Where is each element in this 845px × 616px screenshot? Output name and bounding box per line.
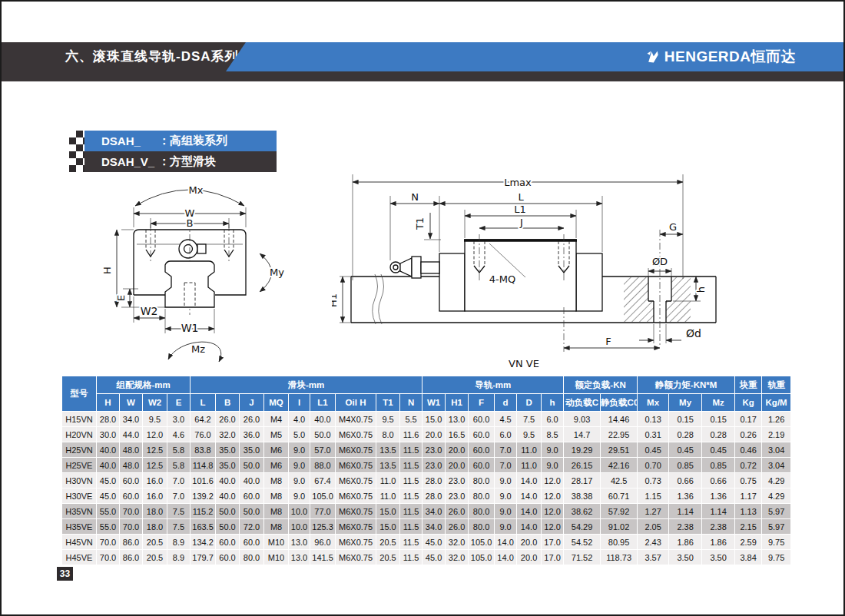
table-cell: 23.0 (446, 488, 469, 504)
table-cell: 34.0 (120, 412, 143, 427)
table-cell: 9.5 (143, 412, 167, 427)
model-cell: H15VN (62, 412, 97, 427)
table-cell: 1.13 (735, 504, 762, 519)
table-cell: 12.0 (542, 519, 564, 535)
table-cell: 60.0 (240, 535, 264, 550)
page-title: 六、滚珠直线导轨-DSA系列 (65, 42, 239, 71)
table-cell: 20.5 (376, 535, 400, 550)
table-cell: 26.0 (446, 504, 469, 519)
table-cell: 5.0 (289, 427, 310, 442)
model-cell: H45VN (62, 535, 97, 550)
table-cell: 60.0 (469, 442, 495, 458)
table-cell: 64.2 (191, 412, 216, 427)
table-cell: 32.0 (446, 550, 469, 565)
table-cell: M10 (264, 550, 289, 565)
table-cell: M6X0.75 (336, 442, 376, 458)
table-cell: M6X0.75 (336, 458, 376, 473)
table-cell: 16.0 (143, 473, 167, 488)
dim-label-b: B (187, 217, 194, 229)
table-cell: 1.36 (702, 488, 735, 504)
table-cell: 11.5 (400, 519, 422, 535)
table-cell: 83.8 (191, 442, 216, 458)
table-cell: 80.0 (469, 504, 495, 519)
table-row: H30VE45.060.016.07.0139.240.060.0M89.010… (62, 488, 791, 504)
table-cell: 80.0 (469, 488, 495, 504)
table-cell: 13.5 (376, 442, 400, 458)
table-cell: 4.6 (167, 427, 191, 442)
table-cell: 0.66 (669, 473, 702, 488)
column-header: 动负载C (564, 394, 601, 412)
table-cell: M10 (264, 535, 289, 550)
table-cell: M8 (264, 473, 289, 488)
column-header: W (120, 394, 143, 412)
table-cell: M8 (264, 488, 289, 504)
dim-label-e: E (115, 295, 127, 301)
column-header: E (167, 394, 191, 412)
table-cell: 20.5 (143, 550, 167, 565)
model-cell: H35VE (62, 519, 97, 535)
table-cell: 0.45 (669, 442, 702, 458)
table-cell: 0.85 (702, 458, 735, 473)
table-cell: 35.0 (216, 442, 240, 458)
model-cell: H35VN (62, 504, 97, 519)
table-cell: 163.5 (191, 519, 216, 535)
table-cell: 40.0 (240, 473, 264, 488)
table-cell: 0.26 (735, 427, 762, 442)
dim-label-mx: Mx (189, 184, 204, 196)
table-cell: 45.0 (422, 535, 446, 550)
column-header: L (191, 394, 216, 412)
model-cell: H30VN (62, 473, 97, 488)
table-cell: M6X0.75 (336, 427, 376, 442)
table-cell: 50.0 (216, 519, 240, 535)
spec-table: 型号组配规格-mm滑块-mm导轨-mm额定负载-KN静额力矩-KN*M块重轨重H… (61, 376, 791, 565)
dim-label-w1: W1 (181, 322, 199, 334)
table-cell: 26.0 (240, 412, 264, 427)
table-cell: 7.5 (167, 504, 191, 519)
column-group-header: 滑块-mm (191, 376, 422, 394)
table-cell: 0.15 (702, 412, 735, 427)
table-cell: 20.0 (517, 535, 542, 550)
table-cell: 9.03 (564, 412, 601, 427)
table-cell: 7.0 (167, 488, 191, 504)
table-cell: 80.95 (601, 535, 638, 550)
table-cell: 14.0 (495, 535, 517, 550)
front-view-drawing: Mx W B H E W2 W1 My Mz (94, 175, 324, 367)
column-group-header: 静额力矩-KN*M (638, 376, 735, 394)
column-header: Mz (702, 394, 735, 412)
dim-label-f: F (605, 336, 611, 347)
table-cell: 20.0 (446, 442, 469, 458)
dim-label-w2: W2 (141, 305, 158, 317)
table-cell: 118.73 (601, 550, 638, 565)
table-cell: 86.0 (120, 550, 143, 565)
table-cell: 0.45 (638, 442, 669, 458)
series-labels: DSAH_ ：高组装系列 DSAH_V_ ：方型滑块 (69, 131, 277, 172)
table-cell: 11.0 (376, 488, 400, 504)
table-cell: 7.5 (517, 412, 542, 427)
table-cell: 9.0 (542, 442, 564, 458)
table-cell: 15.0 (376, 504, 400, 519)
table-cell: 15.0 (422, 412, 446, 427)
table-cell: 40.0 (216, 488, 240, 504)
table-cell: M6X0.75 (336, 535, 376, 550)
table-cell: 80.0 (469, 473, 495, 488)
table-cell: 9.0 (495, 488, 517, 504)
dim-label-l: L (518, 191, 524, 203)
table-cell: 9.0 (289, 442, 310, 458)
table-cell: 28.0 (422, 473, 446, 488)
table-cell: 19.29 (564, 442, 601, 458)
page-number: 33 (57, 567, 73, 581)
table-cell: 30.0 (97, 427, 120, 442)
table-cell: M6X0.75 (336, 473, 376, 488)
table-cell: 0.28 (702, 427, 735, 442)
table-cell: 0.31 (638, 427, 669, 442)
table-cell: 50.0 (240, 458, 264, 473)
table-cell: 20.0 (517, 550, 542, 565)
table-cell: 50.0 (310, 427, 336, 442)
table-cell: 9.75 (762, 550, 791, 565)
table-cell: 11.0 (376, 473, 400, 488)
column-header: h (542, 394, 564, 412)
dim-label-lmax: Lmax (504, 177, 532, 188)
column-group-header: 额定负载-KN (564, 376, 638, 394)
table-cell: 26.0 (446, 519, 469, 535)
table-cell: 71.52 (564, 550, 601, 565)
